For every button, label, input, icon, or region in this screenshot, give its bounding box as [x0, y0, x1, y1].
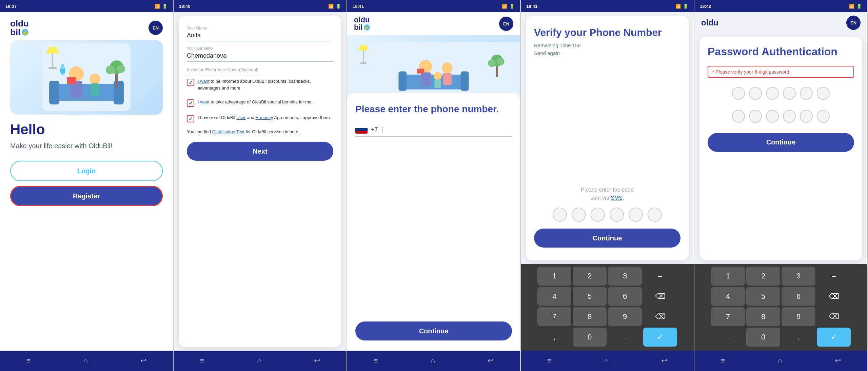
language-badge-5[interactable]: EN: [846, 16, 861, 30]
status-bar-4: 18:41 📶 🔋: [521, 0, 694, 12]
clarification-link[interactable]: Clarification Text: [212, 129, 244, 134]
key-9[interactable]: 9: [608, 307, 642, 326]
key5-back2[interactable]: ⌫: [817, 307, 851, 326]
phone-input-row[interactable]: +7 |: [355, 125, 512, 137]
code-dot-2[interactable]: [572, 208, 586, 222]
menu-icon-1[interactable]: ≡: [26, 356, 31, 365]
key5-2[interactable]: 2: [746, 267, 780, 286]
pass-dot-5[interactable]: [800, 87, 813, 100]
back-icon-2[interactable]: ↩: [314, 356, 320, 365]
phone-number-input[interactable]: |: [381, 126, 512, 133]
pass-dot-8[interactable]: [749, 110, 762, 123]
key5-9[interactable]: 9: [782, 307, 815, 326]
password-error: * Please verify your 6-digit password.: [708, 66, 854, 78]
continue-button-4[interactable]: Continue: [534, 229, 680, 248]
key5-dash[interactable]: –: [817, 267, 851, 286]
svg-rect-30: [363, 50, 364, 62]
sms-link[interactable]: SMS: [611, 195, 623, 201]
checkbox-2[interactable]: [187, 99, 194, 107]
name-value[interactable]: Anita: [187, 32, 333, 39]
key-0[interactable]: 0: [573, 328, 607, 347]
key5-comma[interactable]: ,: [711, 328, 745, 347]
pass-dot-2[interactable]: [749, 87, 762, 100]
key5-8[interactable]: 8: [746, 307, 780, 326]
pass-dot-3[interactable]: [766, 87, 779, 100]
pass-dot-4[interactable]: [783, 87, 796, 100]
code-dot-5[interactable]: [629, 208, 643, 222]
register-button[interactable]: Register: [10, 186, 163, 206]
next-button[interactable]: Next: [187, 142, 333, 161]
key-4[interactable]: 4: [537, 287, 571, 306]
svg-rect-10: [52, 54, 53, 67]
home-icon-5[interactable]: ⌂: [778, 356, 782, 365]
nav-bar-2: ≡ ⌂ ↩: [174, 351, 347, 371]
home-icon-1[interactable]: ⌂: [83, 356, 88, 365]
key5-6[interactable]: 6: [782, 287, 815, 306]
key-comma[interactable]: ,: [537, 328, 571, 347]
code-dot-4[interactable]: [610, 208, 624, 222]
pass-dot-7[interactable]: [732, 110, 745, 123]
svg-rect-6: [67, 77, 76, 84]
language-badge-3[interactable]: EN: [499, 17, 513, 31]
code-dot-1[interactable]: [553, 208, 567, 222]
home-icon-4[interactable]: ⌂: [604, 356, 609, 365]
key-2[interactable]: 2: [573, 267, 607, 286]
pass-dot-12[interactable]: [817, 110, 830, 123]
code-dot-3[interactable]: [591, 208, 605, 222]
pass-dot-9[interactable]: [766, 110, 779, 123]
key-back[interactable]: ⌫: [643, 287, 677, 306]
menu-icon-2[interactable]: ≡: [200, 356, 204, 365]
key-dot[interactable]: .: [608, 328, 642, 347]
pass-dot-6[interactable]: [817, 87, 830, 100]
language-badge-1[interactable]: EN: [149, 21, 163, 35]
subtitle-text: Make your life easier with OlduBil!: [10, 141, 163, 151]
keyboard-row5-4: , 0 . ✓: [696, 328, 866, 347]
login-button[interactable]: Login: [10, 161, 163, 181]
back-icon-5[interactable]: ↩: [835, 356, 841, 365]
key-check[interactable]: ✓: [643, 328, 677, 347]
key5-back[interactable]: ⌫: [817, 287, 851, 306]
svg-rect-20: [398, 71, 407, 91]
surname-value[interactable]: Chemodanova: [187, 52, 333, 59]
back-icon-4[interactable]: ↩: [661, 356, 667, 365]
key5-4[interactable]: 4: [711, 287, 745, 306]
key5-7[interactable]: 7: [711, 307, 745, 326]
menu-icon-3[interactable]: ≡: [374, 356, 378, 365]
back-icon-1[interactable]: ↩: [140, 356, 146, 365]
checkbox-3[interactable]: [187, 115, 194, 122]
key-8[interactable]: 8: [573, 307, 607, 326]
key-7[interactable]: 7: [537, 307, 571, 326]
pass-dot-10[interactable]: [783, 110, 796, 123]
surname-label: Your Surname: [187, 46, 333, 51]
key5-5[interactable]: 5: [746, 287, 780, 306]
svg-point-34: [488, 59, 495, 67]
key5-1[interactable]: 1: [711, 267, 745, 286]
key-5[interactable]: 5: [573, 287, 607, 306]
home-icon-3[interactable]: ⌂: [431, 356, 435, 365]
top-bar-3: oldu bil 👍 EN: [347, 12, 520, 35]
key5-0[interactable]: 0: [746, 328, 780, 347]
menu-icon-4[interactable]: ≡: [547, 356, 552, 365]
code-dot-6[interactable]: [648, 208, 662, 222]
key-back2[interactable]: ⌫: [643, 307, 677, 326]
continue-button-5[interactable]: Continue: [708, 133, 854, 152]
checkbox-row-2: I want to take advantage of OlduBil spec…: [187, 99, 333, 107]
menu-icon-5[interactable]: ≡: [721, 356, 725, 365]
pass-dot-11[interactable]: [800, 110, 813, 123]
home-icon-2[interactable]: ⌂: [257, 356, 261, 365]
password-dots-1: [708, 87, 854, 100]
key5-3[interactable]: 3: [782, 267, 815, 286]
key5-check[interactable]: ✓: [817, 328, 851, 347]
key-6[interactable]: 6: [608, 287, 642, 306]
key-1[interactable]: 1: [537, 267, 571, 286]
logo-5: oldu: [701, 18, 846, 27]
key-dash[interactable]: –: [643, 267, 677, 286]
send-again[interactable]: Send again: [534, 50, 680, 56]
back-icon-3[interactable]: ↩: [488, 356, 494, 365]
key-3[interactable]: 3: [608, 267, 642, 286]
time-4: 18:41: [526, 4, 537, 9]
key5-dot[interactable]: .: [782, 328, 815, 347]
checkbox-1[interactable]: [187, 79, 194, 86]
pass-dot-1[interactable]: [732, 87, 745, 100]
continue-button-3[interactable]: Continue: [355, 321, 512, 340]
